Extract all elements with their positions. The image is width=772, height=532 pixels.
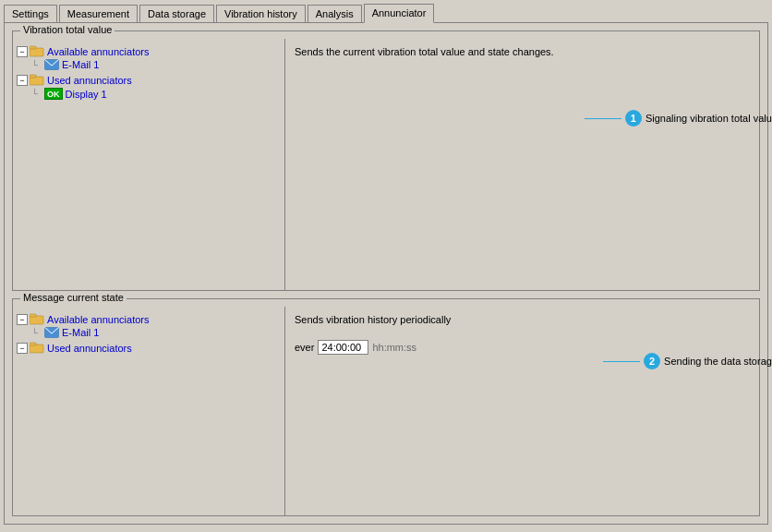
svg-rect-1 [30,46,36,49]
svg-rect-5 [30,316,43,324]
tree-item-available1[interactable]: − Available annunciators [17,44,281,58]
section2-info-panel: Sends vibration history periodically eve… [285,307,759,515]
callout-1-bubble: 1 [625,110,642,127]
expand-icon-available2[interactable]: − [17,314,28,325]
section1-info-text: Sends the current vibration total value … [295,46,554,57]
expand-icon-used1[interactable]: − [17,75,28,86]
section2-info-text: Sends vibration history periodically [295,314,750,325]
svg-rect-6 [30,314,36,317]
tree-item-used1[interactable]: − Used annunciators [17,73,281,87]
available-annunciators-label1: Available annunciators [47,46,149,57]
tab-vibration-history[interactable]: Vibration history [216,5,306,22]
time-input[interactable] [318,340,368,355]
expand-icon-available1[interactable]: − [17,46,28,57]
expand-icon-used2[interactable]: − [17,343,28,354]
tree-item-used2[interactable]: − Used annunciators [17,341,281,355]
email-label1-avail: E-Mail 1 [62,59,99,70]
available-annunciators-label2: Available annunciators [47,314,149,325]
svg-rect-9 [30,343,36,345]
svg-rect-4 [30,75,36,78]
svg-rect-3 [30,77,43,85]
folder-icon-available1 [30,45,44,57]
folder-icon-used1 [30,74,44,86]
section2-title: Message current state [20,292,127,303]
tree-line1: └ [31,60,42,70]
tab-annunciator[interactable]: Annunciator [364,4,435,23]
callout-2-line [603,361,640,362]
ever-label: ever [295,342,314,353]
section-vibration-total: Vibration total value − Available annunc… [12,30,760,291]
tab-analysis[interactable]: Analysis [308,5,362,22]
callout-2-bubble: 2 [644,353,660,369]
email-label1-avail2: E-Mail 1 [62,327,99,338]
tab-settings[interactable]: Settings [4,5,57,22]
folder-icon-used2 [30,342,44,354]
main-content: Vibration total value − Available annunc… [4,22,768,525]
folder-icon-available2 [30,313,44,325]
tab-data-storage[interactable]: Data storage [139,5,214,22]
svg-rect-8 [30,345,43,353]
section1-info-panel: Sends the current vibration total value … [285,39,759,290]
section2-tree-panel: − Available annunciators └ [13,307,285,515]
used-annunciators-label1: Used annunciators [47,75,132,86]
time-format-label: hh:mm:ss [372,342,416,353]
tree-item-email1-avail2[interactable]: └ E-Mail 1 [17,326,281,339]
tab-bar: Settings Measurement Data storage Vibrat… [0,0,772,22]
email-icon1 [44,59,59,70]
tree-line3: └ [31,328,42,338]
callout-2-text: Sending the data storage [664,356,772,367]
tab-measurement[interactable]: Measurement [59,5,138,22]
callout-1-line [585,118,621,119]
svg-rect-0 [30,48,43,56]
tree-line2: └ [31,89,42,99]
callout-2: 2 Sending the data storage [603,353,772,369]
section1-title: Vibration total value [20,24,115,35]
tree-item-email1-avail[interactable]: └ E-Mail 1 [17,58,281,71]
tree-item-display1[interactable]: └ OK Display 1 [17,87,281,101]
callout-1-text: Signaling vibration total value [645,113,772,124]
email-icon2 [44,327,59,338]
callout-1: 1 Signaling vibration total value [585,110,772,127]
section-message-state: Message current state − Available annunc… [12,298,760,516]
used-annunciators-label2: Used annunciators [47,343,132,354]
section1-tree-panel: − Available annunciators └ [13,39,285,290]
display1-label: Display 1 [66,89,107,100]
ok-badge: OK [44,88,63,100]
tree-item-available2[interactable]: − Available annunciators [17,312,281,326]
